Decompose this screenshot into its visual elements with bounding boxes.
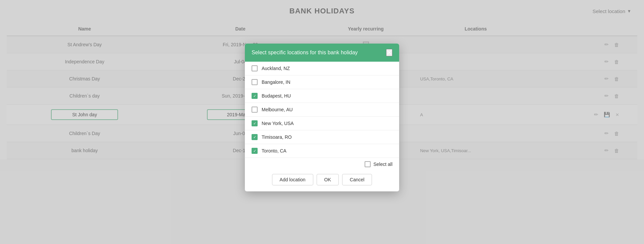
list-item[interactable]: Budapest, HU <box>245 89 399 103</box>
select-all-label[interactable]: Select all <box>365 161 392 167</box>
location-label: New York, USA <box>262 121 294 126</box>
list-item[interactable]: Timisoara, RO <box>245 130 399 144</box>
location-label: Melbourne, AU <box>262 107 293 112</box>
modal-header: Select specific locations for this bank … <box>245 44 399 62</box>
location-label: Budapest, HU <box>262 93 291 99</box>
location-checkbox-timisoara[interactable] <box>252 134 258 140</box>
location-label: Timisoara, RO <box>262 134 292 140</box>
location-checkbox-newyork[interactable] <box>252 120 258 126</box>
location-checkbox-bangalore[interactable] <box>252 79 258 85</box>
list-item[interactable]: New York, USA <box>245 117 399 130</box>
modal-close-button[interactable]: ✕ <box>386 49 392 56</box>
select-all-checkbox[interactable] <box>365 161 371 167</box>
add-location-button[interactable]: Add location <box>272 174 313 185</box>
location-checkbox-melbourne[interactable] <box>252 107 258 113</box>
ok-button[interactable]: OK <box>317 174 339 185</box>
location-label: Auckland, NZ <box>262 66 290 71</box>
list-item[interactable]: Bangalore, IN <box>245 75 399 89</box>
cancel-button[interactable]: Cancel <box>342 174 372 185</box>
location-checkbox-toronto[interactable] <box>252 148 258 154</box>
modal-title: Select specific locations for this bank … <box>252 50 358 56</box>
location-label: Bangalore, IN <box>262 79 290 85</box>
modal-location-list: Auckland, NZ Bangalore, IN Budapest, HU … <box>245 62 399 158</box>
select-all-text: Select all <box>373 162 392 167</box>
list-item[interactable]: Auckland, NZ <box>245 62 399 75</box>
list-item[interactable]: Toronto, CA <box>245 144 399 158</box>
modal-select-all-row: Select all <box>245 158 399 169</box>
location-checkbox-auckland[interactable] <box>252 65 258 71</box>
modal-footer-actions: Add location OK Cancel <box>245 169 399 191</box>
list-item[interactable]: Melbourne, AU <box>245 103 399 117</box>
location-select-modal: Select specific locations for this bank … <box>245 44 399 191</box>
location-checkbox-budapest[interactable] <box>252 93 258 99</box>
page-background: BANK HOLIDAYS Select location ▾ Name Dat… <box>0 0 644 244</box>
location-label: Toronto, CA <box>262 148 286 154</box>
